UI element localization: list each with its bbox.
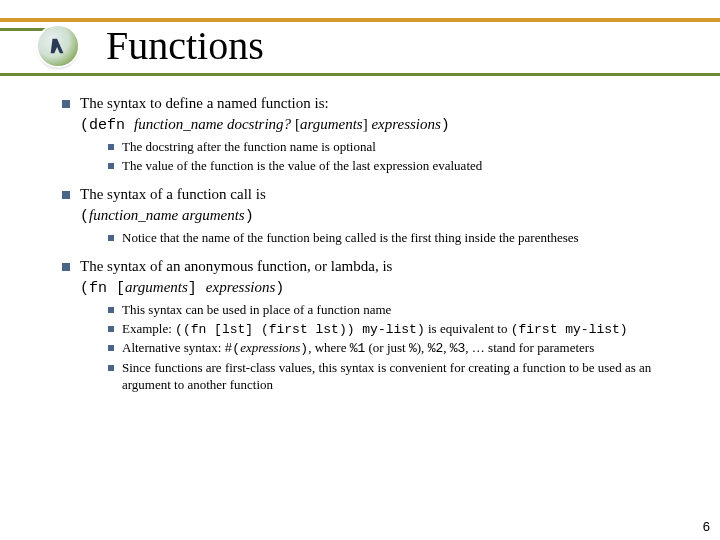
divider-green	[0, 73, 720, 76]
header-band: Functions	[0, 0, 720, 76]
sub-bullet: Notice that the name of the function bei…	[108, 230, 684, 247]
call-syntax: (function_name arguments)	[80, 206, 684, 226]
bullet-lambda: The syntax of an anonymous function, or …	[62, 257, 684, 394]
text: The syntax to define a named function is…	[80, 95, 329, 111]
bullet-defn: The syntax to define a named function is…	[62, 94, 684, 175]
text: The syntax of a function call is	[80, 186, 266, 202]
sub-bullet: Example: ((fn [lst] (first lst)) my-list…	[108, 321, 684, 339]
sub-bullet: This syntax can be used in place of a fu…	[108, 302, 684, 319]
slide-title: Functions	[106, 22, 264, 69]
slide-body: The syntax to define a named function is…	[0, 76, 720, 393]
bullet-call: The syntax of a function call is (functi…	[62, 185, 684, 247]
text: The syntax of an anonymous function, or …	[80, 258, 392, 274]
lambda-logo-icon	[38, 26, 78, 66]
sub-bullet: The docstring after the function name is…	[108, 139, 684, 156]
sub-bullet: Alternative syntax: #(expressions), wher…	[108, 340, 684, 358]
sub-bullet: The value of the function is the value o…	[108, 158, 684, 175]
page-number: 6	[703, 519, 710, 534]
fn-syntax: (fn [arguments] expressions)	[80, 278, 684, 298]
sub-bullet: Since functions are first-class values, …	[108, 360, 684, 393]
defn-syntax: (defn function_name docstring? [argument…	[80, 115, 684, 135]
